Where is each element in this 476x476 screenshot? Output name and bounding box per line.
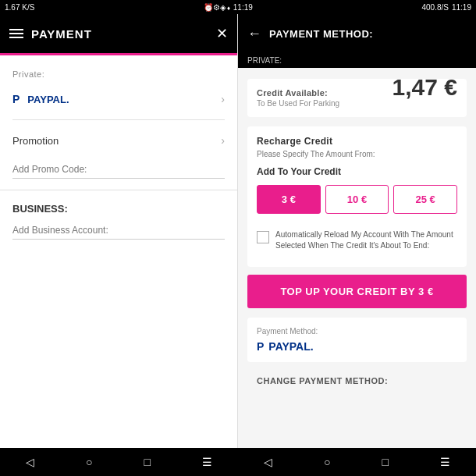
amount-buttons: 3 € 10 € 25 € [257,185,457,214]
hamburger-icon[interactable] [9,29,23,38]
left-content: Private: P PAYPAL. › Promotion › BUSINES… [0,55,237,448]
right-panel-title: PAYMENT METHOD: [269,28,467,40]
promotion-menu-item[interactable]: Promotion › [0,123,237,158]
add-credit-label: Add To Your Credit [257,166,457,177]
paypal-menu-item[interactable]: P PAYPAL. › [0,82,237,116]
right-header: ← PAYMENT METHOD: [238,14,476,53]
status-time: 11:19 [233,3,253,12]
signal-right: 400.8/S [421,3,448,12]
bottom-nav-right: ◁ ○ □ ☰ [238,448,476,476]
status-bar-left: 1.67 K/S [5,3,34,12]
paypal-p-icon-right: P [257,340,264,353]
credit-available-section: Credit Available: To Be Used For Parking… [247,79,467,117]
auto-reload-checkbox[interactable] [257,231,269,243]
back-icon[interactable]: ← [247,26,261,42]
payment-method-label: Payment Method: [257,327,457,336]
amount-btn-3[interactable]: 3 € [257,185,321,214]
nav-square-icon[interactable]: □ [144,456,151,468]
bottom-nav-left: ◁ ○ □ ☰ [0,448,238,476]
nav-back-icon[interactable]: ◁ [26,456,34,468]
promotion-label: Promotion [12,135,59,147]
paypal-chevron-icon: › [221,93,225,105]
change-payment-button[interactable]: CHANGE PAYMENT METHOD: [247,370,397,392]
divider-1 [12,119,225,120]
credit-label: Credit Available: [257,88,339,98]
right-header-subtitle: PRIVATE: [238,53,476,68]
amount-btn-25[interactable]: 25 € [393,185,457,214]
time-right: 11:19 [452,3,471,12]
recharge-title: Recharge Credit [257,136,457,147]
nav-back-right-icon[interactable]: ◁ [264,456,272,468]
paypal-label-right: PAYPAL. [268,340,313,353]
left-panel: PAYMENT ✕ Private: P PAYPAL. › Promotion… [0,14,238,448]
credit-sublabel: To Be Used For Parking [257,99,339,108]
business-input-area [0,218,237,250]
private-label: Private: [0,65,237,82]
payment-method-paypal: P PAYPAL. [257,340,457,353]
status-icons: ⏰⚙◈⬧ [204,3,231,12]
auto-reload-row: Automatically Reload My Account With The… [257,223,457,258]
auto-reload-text: Automatically Reload My Account With The… [275,229,457,251]
right-panel: ← PAYMENT METHOD: PRIVATE: Credit Availa… [238,14,476,448]
nav-menu-right-icon[interactable]: ☰ [440,456,450,468]
left-header: PAYMENT ✕ [0,14,237,53]
nav-home-icon[interactable]: ○ [86,456,92,468]
paypal-item-left: P PAYPAL. [12,93,69,105]
promo-input-area [0,158,237,190]
credit-amount: 1,47 € [393,74,457,101]
business-section: BUSINESS: [0,190,237,218]
status-bar-center: ⏰⚙◈⬧ 11:19 [204,3,253,12]
business-label: BUSINESS: [12,203,68,215]
nav-home-right-icon[interactable]: ○ [324,456,330,468]
nav-menu-icon[interactable]: ☰ [202,456,212,468]
status-bar-right: 400.8/S 11:19 [421,3,471,12]
paypal-label: PAYPAL. [27,94,69,105]
recharge-subtitle: Please Specify The Amount From: [257,150,457,158]
close-icon[interactable]: ✕ [216,25,228,42]
signal-left: 1.67 K/S [5,3,34,12]
promotion-chevron-icon: › [221,134,225,147]
payment-method-section: Payment Method: P PAYPAL. [247,318,467,362]
paypal-p-icon: P [12,93,20,105]
recharge-section: Recharge Credit Please Specify The Amoun… [247,126,467,267]
amount-btn-10[interactable]: 10 € [325,185,389,214]
promo-input[interactable] [12,161,225,179]
bottom-nav: ◁ ○ □ ☰ ◁ ○ □ ☰ [0,448,476,476]
topup-button[interactable]: TOP UP YOUR CREDIT BY 3 € [247,275,467,308]
nav-square-right-icon[interactable]: □ [382,456,389,468]
status-bar: 1.67 K/S ⏰⚙◈⬧ 11:19 400.8/S 11:19 [0,0,476,14]
right-content: Credit Available: To Be Used For Parking… [238,68,476,448]
left-panel-title: PAYMENT [31,27,208,41]
business-input[interactable] [12,222,225,240]
